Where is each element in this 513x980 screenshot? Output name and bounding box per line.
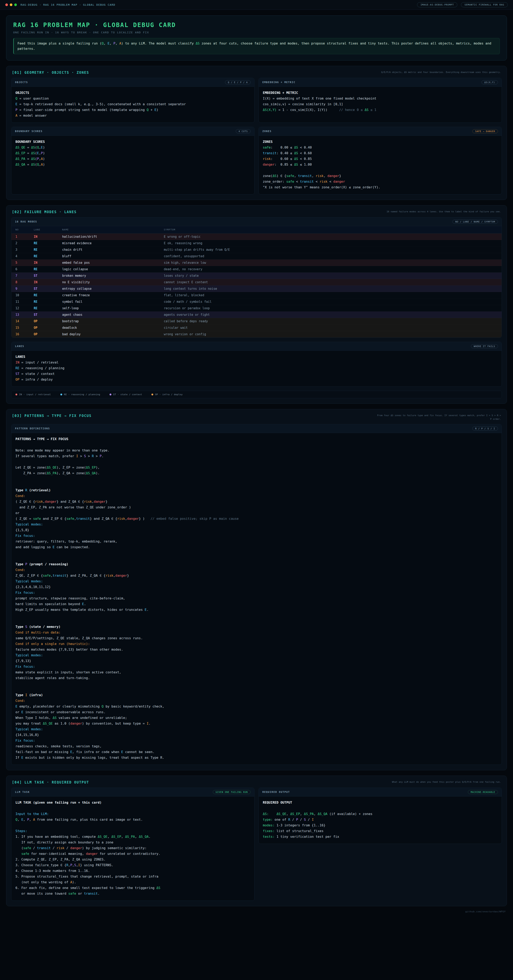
cell-no: 13 (16, 313, 34, 317)
badge-image-as-debug-prompt[interactable]: IMAGE-AS-DEBUG-PROMPT (417, 2, 457, 7)
cell-name: bad deploy (62, 332, 164, 336)
cell-lane: RE (34, 300, 62, 304)
embedding-code-block: EMBEDDING + METRICI(X) = embedding of te… (259, 87, 502, 117)
cell-name: agent chaos (62, 313, 164, 317)
cell-lane: RE (34, 267, 62, 271)
cell-no: 2 (16, 242, 34, 245)
legend-label: OP · infra / deploy (155, 393, 183, 396)
panel-badge: Q / E / P / A (225, 80, 251, 84)
legend-item-st: ST · state / context (110, 393, 142, 396)
badge-semantic-firewall[interactable]: SEMANTIC FIREWALL FOR RAG (461, 2, 508, 7)
cell-no: 1 (16, 235, 34, 239)
page-footer: github.com/onestardao/WFGY (0, 909, 513, 918)
cell-symptom: flat, literal, blocked (164, 293, 497, 297)
table-row: 8INno E visibilitycannot inspect E conte… (11, 279, 502, 285)
cell-lane: ST (34, 274, 62, 278)
section-task-note: What any LLM must do when you feed this … (392, 780, 501, 784)
panel-badge: MACHINE-READABLE (468, 790, 498, 794)
cell-no: 6 (16, 267, 34, 271)
cell-name: bootstrap (62, 320, 164, 323)
cell-name: chain drift (62, 248, 164, 251)
panel-required-output: REQUIRED OUTPUT MACHINE-READABLE REQUIRE… (258, 788, 502, 844)
cell-lane: RE (34, 255, 62, 258)
cell-lane: ST (34, 287, 62, 291)
cell-lane: RE (34, 248, 62, 251)
cell-name: embed false pos (62, 261, 164, 264)
section-llm-task: [04] LLM TASK · REQUIRED OUTPUT What any… (6, 776, 507, 906)
cell-no: 7 (16, 274, 34, 278)
panel-badge: R / P / S / I (472, 426, 498, 431)
panel-badge: 4 CUTS (236, 129, 251, 133)
section-patterns-note: From four ΔS zones to failure type and f… (375, 414, 501, 421)
table-row: 3REchain driftmulti-step plan drifts awa… (11, 247, 502, 253)
zoom-window-button[interactable] (14, 3, 17, 6)
column-header-symptom: SYMPTOM (164, 228, 497, 231)
table-row: 4REbluffconfident, unsupported (11, 253, 502, 259)
section-patterns: [03] PATTERNS → TYPE → FIX FOCUS From fo… (6, 409, 507, 770)
panel-badge: GIVEN ONE FAILING RUN (213, 790, 251, 794)
panel-badge: ΔS(X,Y) (481, 80, 498, 84)
legend-item-in: IN · input / retrieval (16, 393, 51, 396)
panel-llm-task: LLM TASK GIVEN ONE FAILING RUN LLM TASK … (11, 788, 255, 901)
cell-symptom: sim high, relevance low (164, 261, 497, 264)
cell-lane: OP (34, 320, 62, 323)
table-row: 14OPbootstrapcalled before deps ready (11, 318, 502, 325)
cell-no: 5 (16, 261, 34, 264)
panel-embedding-metric: EMBEDDING + METRIC ΔS(X,Y) EMBEDDING + M… (258, 78, 502, 123)
column-header-lane: LANE (34, 228, 62, 231)
section-patterns-title: [03] PATTERNS → TYPE → FIX FOCUS (12, 414, 92, 418)
close-window-button[interactable] (5, 3, 8, 6)
panel-zones-head: ZONES SAFE → DANGER (259, 127, 502, 136)
modes-stack: 16 RAG MODES NO / LANE / NAME / SYMPTOM … (11, 217, 502, 398)
lane-legend: IN · input / retrievalRE · reasoning / p… (11, 391, 502, 398)
section-modes-head: [02] FAILURE MODES · LANES 16 named fail… (11, 210, 502, 217)
page-content: RAG 16 PROBLEM MAP · GLOBAL DEBUG CARD O… (0, 10, 513, 909)
table-row: 10REcreative freezeflat, literal, blocke… (11, 292, 502, 299)
hero-card: RAG 16 PROBLEM MAP · GLOBAL DEBUG CARD O… (6, 16, 507, 60)
cell-lane: OP (34, 326, 62, 329)
objects-code-block: OBJECTSQ = user questionE = top-k retrie… (11, 87, 254, 123)
cell-symptom: circular wait (164, 326, 497, 329)
minimize-window-button[interactable] (10, 3, 13, 6)
panel-title: 16 RAG MODES (15, 220, 37, 223)
cell-no: 14 (16, 320, 34, 323)
panel-title: EMBEDDING + METRIC (262, 81, 295, 84)
table-row: 13STagent chaosagents overwrite or fight (11, 312, 502, 318)
cell-symptom: long context turns into noise (164, 287, 497, 291)
cell-lane: RE (34, 306, 62, 310)
panel-pattern-definitions: PATTERN DEFINITIONS R / P / S / I PATTER… (11, 424, 502, 765)
cell-no: 9 (16, 287, 34, 291)
panel-badge: NO / LANE / NAME / SYMPTOM (452, 220, 498, 224)
panel-title: REQUIRED OUTPUT (262, 791, 290, 794)
panel-zones: ZONES SAFE → DANGER ZONESsafe: 0.00 ≤ ΔS… (258, 127, 502, 194)
cell-symptom: multi-step plan drifts away from Q/E (164, 248, 497, 251)
section-modes-note: 16 named failure modes across 4 lanes. U… (387, 210, 501, 213)
cell-no: 15 (16, 326, 34, 329)
cell-symptom: wrong version or config (164, 332, 497, 336)
cell-name: no E visibility (62, 280, 164, 284)
section-task-title: [04] LLM TASK · REQUIRED OUTPUT (12, 780, 89, 784)
panel-title: PATTERN DEFINITIONS (15, 427, 50, 430)
cell-symptom: E ok, reasoning wrong (164, 242, 497, 245)
cell-symptom: confident, unsupported (164, 255, 497, 258)
table-row: 15OPdeadlockcircular wait (11, 325, 502, 331)
panel-16-rag-modes: 16 RAG MODES NO / LANE / NAME / SYMPTOM … (11, 217, 502, 338)
github-link[interactable]: github.com/onestardao/WFGY (465, 910, 506, 913)
panel-lanes-head: LANES WHERE IT FAILS (11, 342, 502, 351)
section-geometry: [01] GEOMETRY · OBJECTS · ZONES Q/E/P/A … (6, 66, 507, 200)
cell-symptom: loses story / state (164, 274, 497, 278)
panel-boundary-head: BOUNDARY SCORES 4 CUTS (11, 127, 254, 136)
cell-lane: IN (34, 235, 62, 239)
panel-boundary-scores: BOUNDARY SCORES 4 CUTS BOUNDARY SCORESΔS… (11, 127, 255, 194)
legend-label: ST · state / context (113, 393, 142, 396)
cell-no: 3 (16, 248, 34, 251)
cell-lane: ST (34, 313, 62, 317)
section-modes-title: [02] FAILURE MODES · LANES (12, 210, 76, 214)
cell-no: 11 (16, 300, 34, 304)
panel-required-output-head: REQUIRED OUTPUT MACHINE-READABLE (259, 788, 502, 797)
panel-objects: OBJECTS Q / E / P / A OBJECTSQ = user qu… (11, 78, 255, 123)
panel-title: LLM TASK (15, 791, 30, 794)
cell-name: symbol fail (62, 300, 164, 304)
panel-title: OBJECTS (15, 81, 28, 84)
lane-color-dot-icon (61, 394, 62, 395)
